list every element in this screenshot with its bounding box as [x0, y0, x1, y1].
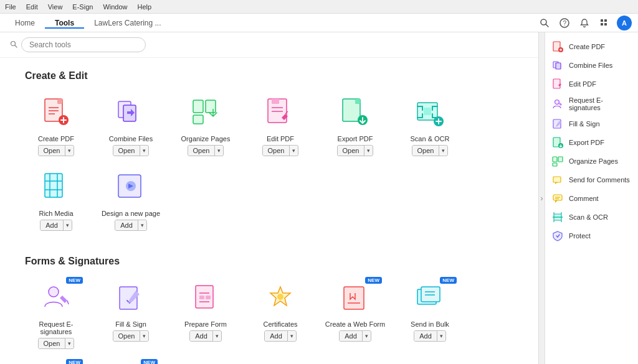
menu-view[interactable]: View	[48, 3, 63, 11]
menu-file[interactable]: File	[5, 3, 16, 11]
svg-text:?: ?	[563, 20, 567, 27]
section-create-edit: Create & Edit	[0, 58, 538, 243]
sidebar-protect-icon	[551, 230, 564, 242]
organize-pages-label: Organize Pages	[181, 135, 231, 142]
sidebar-item-request-esig[interactable]: Request E-signatures	[545, 93, 638, 114]
menu-edit[interactable]: Edit	[26, 3, 38, 11]
menu-esign[interactable]: E-Sign	[72, 3, 93, 11]
fill-sign-open-btn[interactable]: Open	[113, 331, 141, 341]
menu-window[interactable]: Window	[103, 3, 127, 11]
search-tools-icon	[10, 40, 17, 50]
tab-tools[interactable]: Tools	[45, 19, 84, 29]
export-pdf-label: Export PDF	[338, 135, 373, 142]
edit-pdf-dropdown-btn[interactable]: ▾	[290, 146, 298, 155]
export-pdf-icon-box	[333, 94, 377, 131]
tool-certificates: Certificates Add ▾	[249, 279, 312, 349]
svg-line-46	[67, 301, 69, 304]
sidebar-comment-icon	[551, 192, 564, 205]
sidebar-item-send-comments[interactable]: Send for Comments	[545, 170, 638, 189]
sidebar-export-icon	[551, 136, 564, 149]
forms-signatures-grid: NEW Request E-signatures Open ▾	[25, 279, 513, 364]
certificates-dropdown-btn[interactable]: ▾	[288, 332, 296, 340]
web-form-dropdown-btn[interactable]: ▾	[363, 332, 371, 340]
certificates-label: Certificates	[263, 320, 297, 328]
design-page-dropdown-btn[interactable]: ▾	[138, 221, 146, 230]
edit-pdf-btn-group: Open ▾	[262, 145, 299, 156]
web-form-add-btn[interactable]: Add	[340, 331, 363, 341]
sidebar-fill-label: Fill & Sign	[569, 120, 600, 128]
design-page-add-btn[interactable]: Add	[115, 220, 138, 230]
combine-files-label: Combine Files	[109, 135, 153, 142]
rich-media-dropdown-btn[interactable]: ▾	[64, 221, 72, 230]
fill-sign-label: Fill & Sign	[115, 320, 146, 328]
sidebar-item-edit-pdf[interactable]: Edit PDF	[545, 75, 638, 93]
avatar[interactable]: A	[617, 16, 632, 30]
sidebar-item-protect[interactable]: Protect	[545, 226, 638, 245]
menu-bar: File Edit View E-Sign Window Help	[0, 0, 638, 14]
bell-icon[interactable]	[577, 16, 592, 30]
tool-prepare-form: Prepare Form Add ▾	[174, 279, 237, 349]
sidebar-esig-icon	[551, 98, 564, 110]
tab-document[interactable]: LawLers Catering ...	[84, 19, 532, 27]
expand-handle[interactable]	[538, 32, 545, 364]
sidebar-item-create-pdf[interactable]: Create PDF	[545, 37, 638, 56]
search-input[interactable]	[21, 37, 146, 52]
tab-home[interactable]: Home	[5, 19, 45, 29]
scan-ocr-open-btn[interactable]: Open	[412, 146, 440, 156]
sidebar-item-export-pdf[interactable]: Export PDF	[545, 133, 638, 152]
web-form-btn-group: Add ▾	[339, 330, 371, 342]
scan-ocr-icon-box	[408, 94, 452, 131]
request-esig-open-btn[interactable]: Open	[39, 338, 66, 348]
menu-help[interactable]: Help	[138, 3, 152, 11]
export-pdf-dropdown-btn[interactable]: ▾	[364, 146, 373, 155]
sidebar-item-fill-sign[interactable]: Fill & Sign	[545, 114, 638, 133]
request-esig-dropdown-btn[interactable]: ▾	[65, 339, 74, 348]
svg-rect-57	[421, 287, 440, 302]
svg-rect-25	[272, 99, 279, 104]
edit-pdf-open-btn[interactable]: Open	[263, 146, 290, 156]
create-pdf-label: Create PDF	[38, 135, 74, 142]
svg-rect-22	[193, 115, 203, 124]
combine-files-dropdown-btn[interactable]: ▾	[140, 146, 148, 155]
create-pdf-open-btn[interactable]: Open	[39, 146, 66, 156]
prepare-form-dropdown-btn[interactable]: ▾	[213, 332, 221, 340]
rich-media-icon-box	[34, 169, 78, 206]
sidebar-item-comment[interactable]: Comment	[545, 189, 638, 208]
create-pdf-dropdown-btn[interactable]: ▾	[65, 146, 74, 155]
organize-pages-open-btn[interactable]: Open	[188, 146, 216, 156]
request-esig-btn-group: Open ▾	[38, 338, 75, 349]
web-form-icon-box: NEW	[333, 279, 377, 317]
fill-sign-dropdown-btn[interactable]: ▾	[140, 332, 148, 340]
svg-rect-11	[57, 99, 62, 104]
svg-rect-7	[604, 23, 607, 26]
help-icon[interactable]: ?	[557, 16, 572, 30]
prepare-form-label: Prepare Form	[184, 320, 227, 328]
send-bulk-add-btn[interactable]: Add	[414, 331, 437, 341]
sidebar-item-scan-ocr[interactable]: Scan & OCR	[545, 208, 638, 226]
rich-media-btn-group: Add ▾	[40, 220, 72, 231]
search-icon[interactable]	[537, 16, 552, 30]
prepare-form-icon-box	[184, 279, 227, 317]
prepare-form-add-btn[interactable]: Add	[190, 331, 213, 341]
collect-payments-icon-box: NEW	[109, 362, 153, 364]
sidebar-item-combine-files[interactable]: Combine Files	[545, 56, 638, 75]
svg-rect-73	[553, 79, 560, 88]
svg-line-9	[15, 45, 17, 47]
new-badge-send-bulk: NEW	[440, 277, 457, 284]
scan-ocr-dropdown-btn[interactable]: ▾	[439, 146, 447, 155]
create-pdf-icon-box	[34, 94, 78, 131]
tab-bar: Home Tools LawLers Catering ... ? A	[0, 14, 638, 32]
svg-rect-38	[45, 174, 62, 197]
certificates-add-btn[interactable]: Add	[265, 331, 288, 341]
tool-edit-pdf: Edit PDF Open ▾	[249, 94, 312, 156]
organize-pages-dropdown-btn[interactable]: ▾	[215, 146, 223, 155]
tool-export-pdf: Export PDF Open ▾	[324, 94, 386, 156]
rich-media-add-btn[interactable]: Add	[40, 220, 64, 230]
fill-sign-icon-box	[109, 279, 153, 317]
combine-files-open-btn[interactable]: Open	[113, 146, 141, 156]
sidebar-item-organize-pages[interactable]: Organize Pages	[545, 152, 638, 170]
sidebar-combine-label: Combine Files	[569, 62, 612, 69]
grid-icon[interactable]	[597, 16, 612, 30]
export-pdf-open-btn[interactable]: Open	[338, 146, 365, 156]
send-bulk-dropdown-btn[interactable]: ▾	[437, 332, 445, 340]
